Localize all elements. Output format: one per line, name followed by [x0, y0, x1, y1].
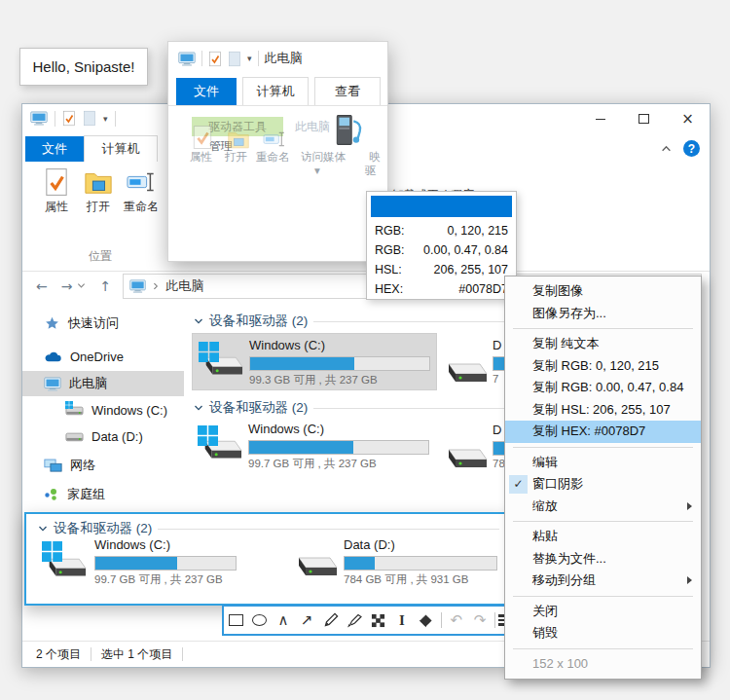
menu-item-copy-hex[interactable]: 复制 HEX: #0078D7 [505, 421, 701, 443]
drive-name: Data (D:) [344, 537, 395, 552]
pencil-tool-icon[interactable] [319, 608, 343, 632]
drive-name: Windows (C:) [248, 422, 324, 436]
menu-item-copy-hsl[interactable]: 复制 HSL: 206, 255, 107 [505, 399, 701, 422]
drive-item-windows-c[interactable]: Windows (C:) 99.3 GB 可用 , 共 237 GB [192, 333, 437, 390]
menu-item-zoom[interactable]: 缩放 [505, 496, 701, 518]
qat-dropdown-icon[interactable]: ▾ [103, 114, 108, 124]
tab-computer[interactable]: 计算机 [84, 135, 158, 163]
divider [494, 612, 495, 628]
properties-button[interactable]: 属性 [36, 167, 77, 214]
menu-item-paste[interactable]: 粘贴 [505, 526, 701, 548]
this-pc-icon [44, 376, 61, 392]
redo-icon[interactable]: ↷ [468, 608, 492, 632]
arrow-tool-icon[interactable]: ↗ [295, 608, 318, 632]
submenu-arrow-icon [687, 502, 692, 510]
open-button[interactable]: 打开 [79, 167, 118, 214]
network-icon [44, 459, 62, 473]
properties-label: 属性 [190, 150, 212, 165]
sidebar-item-quick-access[interactable]: 快速访问 [22, 311, 184, 336]
divider [91, 647, 91, 661]
drive-usage-bar [249, 356, 430, 371]
polyline-tool-icon[interactable]: ∧ [272, 608, 295, 632]
group-label-location: 位置 [36, 248, 164, 265]
open-icon-faded [227, 129, 250, 150]
eraser-tool-icon[interactable] [414, 608, 437, 632]
collapse-ribbon-icon[interactable] [661, 143, 672, 154]
pasted-snippet-window[interactable]: ▾ 此电脑 文件 计算机 查看 驱动器工具 此电脑 管理 属性 打开 重命名 访… [167, 41, 388, 262]
menu-item-save-image-as[interactable]: 图像另存为... [505, 303, 701, 325]
menu-item-copy-image[interactable]: 复制图像 [505, 280, 701, 303]
close-button[interactable]: × [666, 104, 710, 133]
undo-icon[interactable]: ↶ [444, 608, 467, 632]
drive-d-name-partial: D [493, 338, 501, 352]
forward-icon[interactable]: → [61, 278, 73, 294]
divider [182, 647, 183, 661]
sidebar-item-this-pc[interactable]: 此电脑 [22, 371, 184, 396]
drive-item-windows-c[interactable]: Windows (C:) 99.7 GB 可用 , 共 237 GB [192, 418, 435, 473]
collapse-group-icon[interactable] [194, 403, 203, 413]
collapse-group-icon[interactable] [194, 316, 203, 326]
marker-tool-icon[interactable] [343, 608, 366, 632]
drive-d-3d-icon [291, 545, 338, 582]
drive-name: Windows (C:) [94, 537, 170, 552]
text-tool-icon[interactable]: I [390, 608, 414, 632]
menu-item-copy-plain-text[interactable]: 复制 纯文本 [505, 333, 701, 355]
mosaic-tool-icon[interactable] [366, 608, 389, 632]
tab-view: 查看 [314, 77, 381, 105]
sidebar-item-onedrive[interactable]: OneDrive [22, 344, 184, 369]
sidebar-item-homegroup[interactable]: 家庭组 [22, 482, 184, 507]
menu-item-close[interactable]: 关闭 [505, 601, 701, 623]
back-icon[interactable]: ← [36, 278, 48, 294]
access-media-icon [332, 113, 365, 148]
menu-item-edit[interactable]: 编辑 [505, 452, 701, 474]
breadcrumb[interactable]: 此电脑 [165, 277, 203, 295]
menu-item-destroy[interactable]: 销毁 [505, 622, 701, 645]
tab-file: 文件 [176, 78, 237, 105]
minimize-button[interactable] [578, 104, 622, 133]
drive-usage-bar [94, 556, 237, 571]
tab-file[interactable]: 文件 [25, 136, 84, 162]
ellipse-tool-icon[interactable] [247, 608, 271, 632]
breadcrumb-chevron-icon[interactable] [152, 282, 160, 290]
menu-item-copy-rgb-normalized[interactable]: 复制 RGB: 0.00, 0.47, 0.84 [505, 377, 701, 399]
properties-icon [44, 167, 69, 197]
drive-d-3d-icon[interactable] [441, 351, 488, 388]
menu-item-copy-rgb[interactable]: 复制 RGB: 0, 120, 215 [505, 355, 701, 378]
menu-item-window-shadow[interactable]: ✓ 窗口阴影 [505, 473, 701, 496]
color-swatch [371, 196, 512, 217]
selected-snippet[interactable]: 设备和驱动器 (2) Windows (C:) 99.7 GB 可用 , 共 2… [24, 512, 509, 606]
divider [258, 51, 259, 66]
open-label: 打开 [225, 150, 247, 165]
snippet-window-title: 此电脑 [265, 50, 303, 67]
up-icon[interactable]: ↑ [99, 278, 111, 294]
recent-locations-icon[interactable] [77, 281, 86, 290]
drive-usage-bar [248, 440, 429, 455]
maximize-button[interactable] [622, 104, 666, 133]
new-item-qat-icon[interactable] [83, 110, 96, 127]
rectangle-tool-icon[interactable] [224, 608, 247, 632]
quick-access-toolbar: ▾ [30, 110, 116, 127]
menu-separator [513, 447, 693, 448]
sidebar-item-data-d[interactable]: Data (D:) [22, 424, 184, 449]
drive-name: Windows (C:) [249, 338, 325, 352]
screenshot-stage: ▾ × 文件 计算机 查看 ? 属性 打开 [0, 0, 730, 700]
divider [441, 612, 442, 628]
drive-d-3d-icon[interactable] [441, 437, 488, 474]
menu-item-replace-with-file[interactable]: 替换为文件... [505, 548, 701, 571]
help-icon[interactable]: ? [683, 140, 700, 157]
hello-snippet[interactable]: Hello, Snipaste! [19, 48, 148, 86]
rename-button[interactable]: 重命名 [118, 167, 164, 214]
drive-d-usage-partial: 7 [493, 373, 498, 385]
menu-item-move-to-group[interactable]: 移动到分组 [505, 570, 701, 592]
sidebar-item-network[interactable]: 网络 [22, 453, 184, 478]
snippet-ribbon: 驱动器工具 此电脑 管理 属性 打开 重命名 访问媒体 映 ▾ 驱 [168, 105, 387, 261]
drive-c-3d-icon [42, 541, 62, 562]
snippet-ribbon-tabs: 文件 计算机 查看 [168, 77, 387, 106]
access-media-label: 访问媒体 [301, 150, 346, 165]
selected-count: 选中 1 个项目 [101, 646, 172, 663]
drive-c-icon [65, 403, 84, 417]
properties-qat-icon[interactable] [62, 110, 76, 127]
drive-usage-bar [344, 556, 497, 571]
sidebar-item-windows-c[interactable]: Windows (C:) [22, 397, 184, 423]
menu-separator [513, 328, 693, 329]
